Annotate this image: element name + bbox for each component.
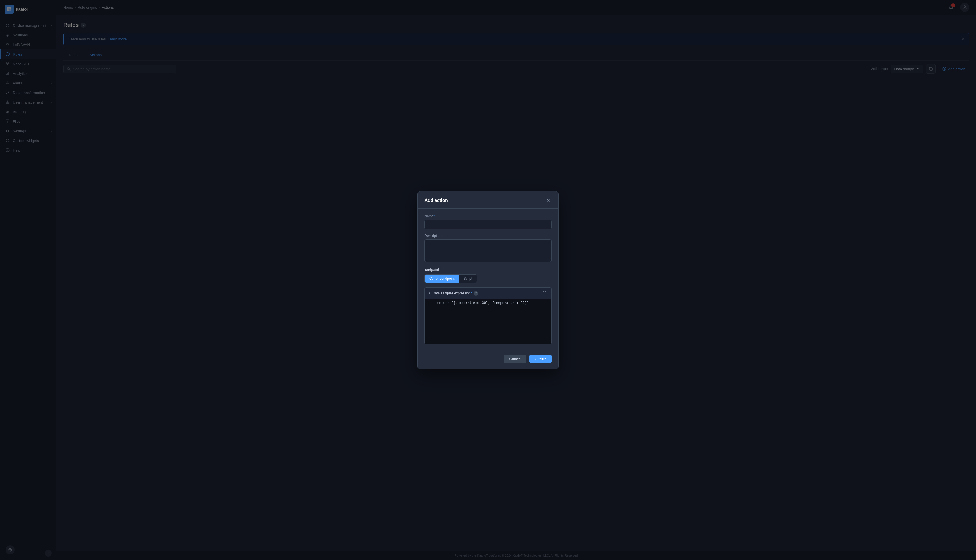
modal-body: Name* Description Endpoint Current endpo…: [418, 208, 558, 350]
code-editor-empty-space: [425, 307, 551, 341]
data-samples-section: ▼ Data samples expression* ?: [424, 287, 552, 344]
ds-label: Data samples expression*: [433, 291, 472, 295]
cancel-button[interactable]: Cancel: [504, 355, 526, 363]
name-required: *: [434, 214, 435, 218]
name-label: Name*: [424, 214, 552, 218]
create-button[interactable]: Create: [529, 355, 552, 363]
endpoint-tab-script[interactable]: Script: [459, 275, 477, 283]
description-textarea[interactable]: [424, 239, 552, 262]
line-number: 1: [425, 299, 435, 307]
endpoint-tab-current[interactable]: Current endpoint: [425, 275, 459, 283]
ds-help-icon[interactable]: ?: [474, 291, 478, 295]
ds-required-mark: *: [471, 291, 472, 295]
add-action-modal: Add action ✕ Name* Description Endpoint: [417, 191, 559, 369]
endpoint-section: Endpoint Current endpoint Script: [424, 267, 552, 283]
modal-overlay: Add action ✕ Name* Description Endpoint: [0, 0, 976, 560]
modal-header: Add action ✕: [418, 192, 558, 208]
modal-close-button[interactable]: ✕: [545, 197, 552, 204]
description-label: Description: [424, 234, 552, 238]
line-content: return [{temperature: 30}, {temperature:…: [435, 299, 551, 307]
data-samples-header[interactable]: ▼ Data samples expression* ?: [425, 288, 551, 299]
code-editor[interactable]: 1 return [{temperature: 30}, {temperatur…: [425, 299, 551, 344]
modal-footer: Cancel Create: [418, 350, 558, 369]
ds-chevron-icon: ▼: [428, 292, 431, 295]
name-input[interactable]: [424, 220, 552, 229]
modal-title: Add action: [424, 198, 448, 203]
endpoint-tabs: Current endpoint Script: [424, 274, 477, 283]
data-samples-header-left: ▼ Data samples expression* ?: [428, 291, 478, 295]
endpoint-label: Endpoint: [424, 267, 552, 272]
description-field-group: Description: [424, 234, 552, 263]
name-field-group: Name*: [424, 214, 552, 229]
ds-expand-button[interactable]: [541, 290, 548, 297]
code-line-1: 1 return [{temperature: 30}, {temperatur…: [425, 299, 551, 307]
